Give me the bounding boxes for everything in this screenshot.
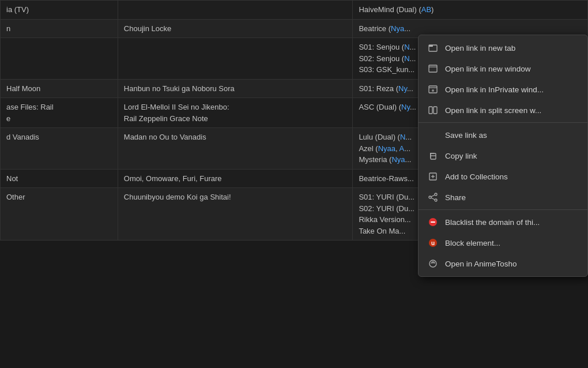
menu-item-open-inprivate[interactable]: Open link in InPrivate wind... [419,79,587,100]
svg-rect-20 [431,221,435,223]
copy-icon [428,151,438,161]
menu-label: Open in AnimeTosho [445,260,517,268]
link-reza[interactable]: Ny [398,84,407,93]
cell-col1: Not [1,169,118,188]
link-s01[interactable]: N [404,43,409,51]
svg-point-14 [435,193,437,196]
svg-rect-8 [434,107,437,114]
menu-item-blacklist[interactable]: Blacklist the domain of thi... [419,212,587,232]
link-ab[interactable]: AB [421,5,431,14]
menu-item-save-link[interactable]: Save link as [419,125,587,145]
svg-line-18 [431,198,435,200]
link-nyaa[interactable]: Nya [391,24,404,33]
menu-item-open-animetosho[interactable]: Open in AnimeTosho [419,253,587,274]
split-icon [428,105,438,115]
menu-label: Block element... [445,239,500,247]
share-icon [428,192,438,202]
cell-col2: Madan no Ou to Vanadis [118,128,353,170]
cell-col1: Half Moon [1,79,118,98]
svg-point-6 [432,89,434,92]
menu-item-share[interactable]: Share [419,187,587,208]
link-mysteria[interactable]: Nya [391,155,405,164]
cell-col1 [1,38,118,80]
cell-col1: Other [1,188,118,241]
animetosho-icon [428,258,438,269]
cell-col2: Chuunibyou demo Koi ga Shitai! [118,188,353,241]
svg-line-17 [431,195,435,197]
cell-col2 [118,38,353,80]
svg-point-16 [429,196,431,198]
menu-item-add-collections[interactable]: Add to Collections [419,166,587,187]
block-icon: u [428,238,438,248]
menu-label: Save link as [445,131,487,140]
menu-label: Open link in split screen w... [445,106,541,115]
link-asc[interactable]: Ny [401,103,410,111]
cell-col1: ase Files: Raile [1,98,118,128]
menu-divider-2 [419,209,587,210]
save-icon [428,130,438,140]
collections-icon [428,171,438,182]
link-lulu[interactable]: N [400,133,405,141]
menu-label: Copy link [445,152,477,160]
cell-col2: Choujin Locke [118,19,353,38]
blacklist-icon [428,217,438,227]
svg-rect-1 [429,45,433,47]
menu-item-open-new-tab[interactable]: Open link in new tab [419,37,587,58]
menu-item-open-new-window[interactable]: Open link in new window [419,58,587,79]
svg-rect-7 [429,107,432,114]
menu-item-copy-link[interactable]: Copy link [419,145,587,166]
menu-item-open-split[interactable]: Open link in split screen w... [419,100,587,121]
menu-divider-1 [419,122,587,123]
cell-col2 [118,1,353,20]
menu-label: Open link in InPrivate wind... [445,85,544,94]
menu-label: Open link in new tab [445,44,515,52]
cell-col2: Hanbun no Tsuki ga Noboru Sora [118,79,353,98]
cell-col1: d Vanadis [1,128,118,170]
link-azel-nyaa[interactable]: Nyaa [378,144,395,153]
svg-text:u: u [431,240,435,246]
link-s02[interactable]: N [404,54,409,63]
svg-rect-9 [431,153,436,159]
svg-rect-2 [429,65,437,72]
cell-col3: HaiveMind (Dual) (AB) [353,1,588,20]
inprivate-icon [428,84,438,95]
tab-icon [428,43,438,53]
context-menu: Open link in new tab Open link in new wi… [418,35,588,277]
svg-point-15 [435,199,437,201]
menu-label: Open link in new window [445,65,531,73]
menu-label: Share [445,193,466,202]
cell-col1: n [1,19,118,38]
cell-col1: ia (TV) [1,1,118,20]
table-row: ia (TV) HaiveMind (Dual) (AB) [1,1,588,20]
cell-col2: Lord El-Melloi II Sei no Jikenbo:Rail Ze… [118,98,353,128]
window-icon [428,63,438,74]
menu-item-block-element[interactable]: u Block element... [419,232,587,253]
link-azel-ab[interactable]: A [399,144,405,153]
cell-col2: Omoi, Omoware, Furi, Furare [118,169,353,188]
menu-label: Blacklist the domain of thi... [445,218,540,227]
menu-label: Add to Collections [445,172,508,181]
